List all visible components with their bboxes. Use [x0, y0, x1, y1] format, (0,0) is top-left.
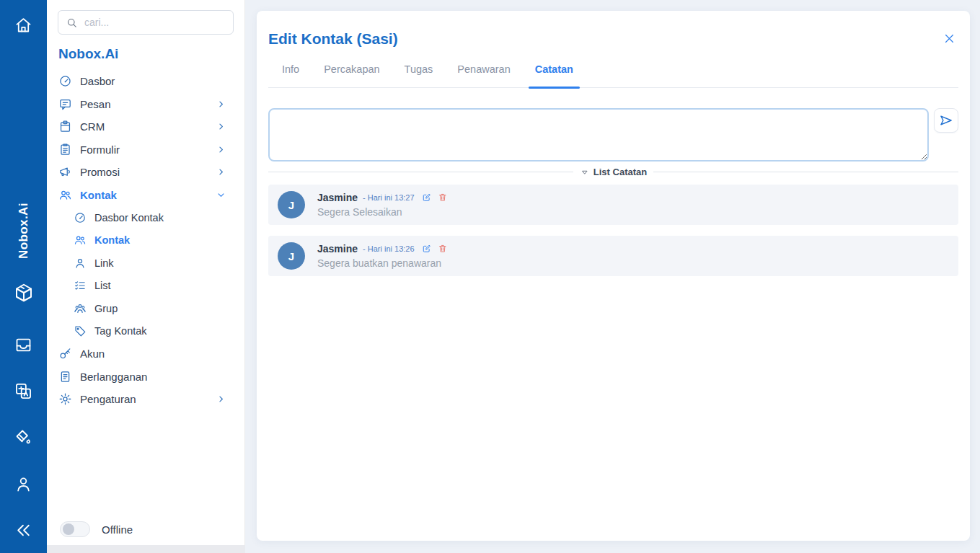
edit-note-icon[interactable]: [422, 244, 432, 254]
cube-logo-icon: [0, 282, 47, 304]
form-icon: [58, 143, 72, 156]
sidebar-item-kontak-sub[interactable]: Kontak: [47, 229, 244, 252]
note-author: Jasmine: [317, 243, 358, 255]
contacts-icon: [74, 234, 87, 247]
note-author: Jasmine: [317, 192, 358, 203]
checklist-icon: [74, 279, 87, 292]
tab-catatan[interactable]: Catatan: [523, 63, 586, 87]
crm-icon: [58, 120, 72, 133]
note-input[interactable]: [268, 108, 929, 162]
tab-percakapan[interactable]: Percakapan: [312, 63, 392, 87]
chevron-right-icon: [216, 144, 234, 155]
offline-row: Offline: [60, 521, 133, 537]
sidebar-item-list[interactable]: List: [47, 275, 244, 298]
note-text: Segera buatkan penawaran: [317, 257, 454, 269]
sidebar-item-kontak[interactable]: Kontak: [47, 184, 244, 207]
sidebar-item-dasbor-kontak[interactable]: Dasbor Kontak: [47, 206, 244, 229]
tag-icon: [74, 324, 87, 337]
tab-bar: Info Percakapan Tugas Penawaran Catatan: [268, 63, 958, 88]
sidebar-menu: Dasbor Pesan CRM Formulir Promosi Kontak: [47, 70, 244, 411]
inbox-icon[interactable]: [0, 335, 47, 355]
delete-note-icon[interactable]: [438, 193, 448, 203]
home-icon[interactable]: [0, 15, 47, 35]
note-item: J Jasmine - Hari ini 13:26 Segera buatka…: [268, 236, 958, 276]
brand-title: Nobox.Ai: [58, 46, 244, 62]
sidebar-item-pengaturan[interactable]: Pengaturan: [47, 388, 244, 411]
close-icon[interactable]: [940, 30, 958, 48]
chevron-right-icon: [216, 121, 234, 132]
sidebar-item-pesan[interactable]: Pesan: [47, 93, 244, 116]
dashboard-icon: [58, 74, 72, 88]
tab-penawaran[interactable]: Penawaran: [445, 63, 522, 87]
note-timestamp: - Hari ini 13:27: [363, 193, 415, 202]
sidebar-item-grup[interactable]: Grup: [47, 297, 244, 320]
sidebar-item-berlangganan[interactable]: Berlangganan: [47, 366, 244, 389]
chevron-right-icon: [216, 99, 234, 110]
paint-bucket-icon[interactable]: [0, 428, 47, 447]
chevron-down-icon: [216, 190, 234, 200]
toggle-knob: [63, 523, 74, 535]
delete-note-icon[interactable]: [438, 244, 448, 254]
sidebar-item-link[interactable]: Link: [47, 252, 244, 275]
profile-icon[interactable]: [0, 474, 47, 494]
avatar: J: [278, 242, 305, 270]
offline-label: Offline: [102, 523, 133, 536]
tab-info[interactable]: Info: [270, 63, 312, 87]
translate-icon[interactable]: [0, 381, 47, 401]
sidebar-item-tag-kontak[interactable]: Tag Kontak: [47, 320, 244, 343]
note-text: Segera Selesaikan: [317, 206, 454, 218]
person-icon: [74, 257, 87, 270]
sidebar-item-promosi[interactable]: Promosi: [47, 161, 244, 184]
sidebar-item-crm[interactable]: CRM: [47, 115, 244, 138]
sidebar-item-akun[interactable]: Akun: [47, 342, 244, 366]
main-area: Edit Kontak (Sasi) Info Percakapan Tugas…: [245, 0, 980, 553]
search-icon: [66, 17, 78, 29]
note-compose-row: [268, 108, 958, 162]
note-item: J Jasmine - Hari ini 13:27 Segera Selesa…: [268, 185, 958, 225]
sidebar-item-dasbor[interactable]: Dasbor: [47, 70, 244, 93]
contacts-icon: [58, 188, 72, 202]
sidebar-item-formulir[interactable]: Formulir: [47, 138, 244, 162]
key-icon: [58, 347, 72, 360]
chevron-right-icon: [216, 167, 234, 177]
avatar: J: [278, 191, 305, 218]
send-icon: [939, 113, 953, 128]
rail-logo-text: Nobox.Ai: [0, 182, 47, 280]
subscription-icon: [58, 370, 72, 384]
panel-header: Edit Kontak (Sasi): [268, 30, 958, 48]
megaphone-icon: [58, 165, 72, 179]
search-input[interactable]: [84, 17, 226, 28]
divider-label: List Catatan: [593, 167, 647, 177]
edit-contact-panel: Edit Kontak (Sasi) Info Percakapan Tugas…: [257, 11, 970, 541]
triangle-down-icon: [580, 167, 590, 177]
tab-tugas[interactable]: Tugas: [392, 63, 446, 87]
horizontal-scrollbar[interactable]: [47, 545, 245, 553]
icon-rail: Nobox.Ai: [0, 0, 47, 553]
chevron-right-icon: [216, 394, 234, 404]
message-icon: [58, 97, 72, 111]
group-icon: [74, 302, 87, 315]
sidebar: Nobox.Ai Dasbor Pesan CRM Formulir Promo…: [47, 0, 245, 553]
collapse-sidebar-icon[interactable]: [0, 521, 47, 540]
dashboard-icon: [74, 211, 87, 224]
notes-list: J Jasmine - Hari ini 13:27 Segera Selesa…: [268, 185, 958, 276]
list-catatan-divider: List Catatan: [268, 167, 958, 177]
edit-note-icon[interactable]: [422, 193, 432, 203]
offline-toggle[interactable]: [60, 521, 90, 537]
page-title: Edit Kontak (Sasi): [268, 30, 398, 48]
search-box: [58, 10, 234, 35]
settings-icon: [58, 392, 72, 406]
send-note-button[interactable]: [934, 108, 958, 133]
note-timestamp: - Hari ini 13:26: [363, 244, 415, 253]
